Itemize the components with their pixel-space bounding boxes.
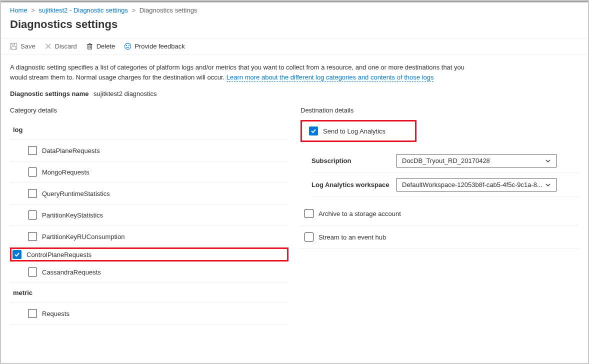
log-category-label: MongoRequests: [42, 168, 90, 176]
feedback-button[interactable]: Provide feedback: [124, 42, 184, 50]
log-category-label: PartitionKeyStatistics: [42, 212, 103, 219]
send-log-analytics-highlight: Send to Log Analytics: [300, 120, 416, 142]
workspace-dropdown[interactable]: DefaultWorkspace-12053b8f-cab5-4f5c-9c1a…: [396, 178, 556, 192]
delete-button[interactable]: Delete: [86, 42, 116, 50]
log-category-row: CassandraRequests: [10, 262, 288, 283]
category-details-title: Category details: [10, 106, 288, 114]
chevron-right-icon: >: [132, 6, 136, 14]
subscription-label: Subscription: [312, 157, 390, 164]
category-details-column: Category details log DataPlaneRequestsMo…: [10, 106, 288, 324]
log-category-label: ControlPlaneRequests: [26, 251, 92, 258]
log-category-row: DataPlaneRequests: [10, 140, 288, 162]
archive-storage-checkbox[interactable]: [304, 209, 314, 218]
breadcrumb-mid[interactable]: sujitktest2 - Diagnostic settings: [39, 6, 128, 14]
svg-rect-1: [12, 43, 15, 45]
save-button[interactable]: Save: [10, 42, 36, 50]
trash-icon: [86, 42, 94, 50]
log-category-row: PartitionKeyRUConsumption: [10, 226, 288, 248]
page-title: Diagnostics settings: [1, 16, 588, 38]
archive-storage-label: Archive to a storage account: [318, 210, 401, 218]
close-icon: [44, 42, 52, 50]
destination-details-column: Destination details Send to Log Analytic…: [300, 106, 579, 324]
log-section-header: log: [10, 120, 288, 140]
workspace-label: Log Analytics workspace: [312, 181, 390, 188]
category-checkbox[interactable]: [28, 309, 37, 318]
log-category-label: QueryRuntimeStatistics: [42, 190, 110, 198]
send-log-analytics-checkbox[interactable]: [309, 126, 318, 136]
breadcrumb: Home > sujitktest2 - Diagnostic settings…: [1, 2, 588, 16]
discard-button[interactable]: Discard: [44, 42, 77, 50]
smiley-icon: [124, 42, 132, 50]
subscription-dropdown[interactable]: DocDB_Tryout_RD_20170428: [396, 154, 556, 168]
breadcrumb-home[interactable]: Home: [10, 6, 28, 14]
log-category-label: CassandraRequests: [42, 268, 101, 276]
metric-category-row: Requests: [10, 303, 288, 324]
setting-name-value: sujitktest2 diagnostics: [94, 90, 156, 98]
breadcrumb-current: Diagnostics settings: [140, 6, 198, 14]
category-checkbox[interactable]: [28, 168, 37, 176]
category-checkbox[interactable]: [12, 250, 22, 259]
svg-point-11: [126, 46, 127, 46]
category-checkbox[interactable]: [28, 146, 37, 155]
log-category-row: ControlPlaneRequests: [10, 248, 288, 262]
chevron-down-icon: [545, 158, 551, 164]
log-category-row: PartitionKeyStatistics: [10, 204, 288, 226]
svg-point-12: [129, 46, 130, 46]
category-checkbox[interactable]: [28, 210, 37, 220]
log-category-label: DataPlaneRequests: [42, 147, 100, 154]
log-category-row: MongoRequests: [10, 162, 288, 183]
stream-eventhub-label: Stream to an event hub: [318, 234, 386, 241]
category-checkbox[interactable]: [28, 232, 37, 241]
destination-details-title: Destination details: [300, 106, 579, 114]
log-category-label: PartitionKeyRUConsumption: [42, 233, 124, 240]
chevron-right-icon: >: [31, 6, 35, 14]
category-checkbox[interactable]: [28, 268, 37, 276]
svg-rect-2: [12, 46, 16, 49]
save-icon: [10, 42, 18, 50]
archive-storage-row: Archive to a storage account: [300, 202, 579, 226]
toolbar: Save Discard Delete Provide feedback: [1, 38, 588, 54]
svg-rect-5: [88, 44, 92, 49]
chevron-down-icon: [545, 182, 551, 188]
stream-eventhub-checkbox[interactable]: [304, 232, 314, 242]
metric-section-header: metric: [10, 283, 288, 303]
setting-name-label: Diagnostic settings name: [10, 90, 88, 98]
svg-point-10: [125, 43, 131, 49]
metric-category-label: Requests: [42, 310, 70, 318]
learn-more-link[interactable]: Learn more about the different log categ…: [226, 74, 434, 82]
log-category-row: QueryRuntimeStatistics: [10, 183, 288, 204]
stream-eventhub-row: Stream to an event hub: [300, 226, 579, 249]
category-checkbox[interactable]: [28, 189, 37, 198]
description-text: A diagnostic setting specifies a list of…: [10, 62, 470, 82]
send-log-analytics-label: Send to Log Analytics: [323, 128, 386, 135]
